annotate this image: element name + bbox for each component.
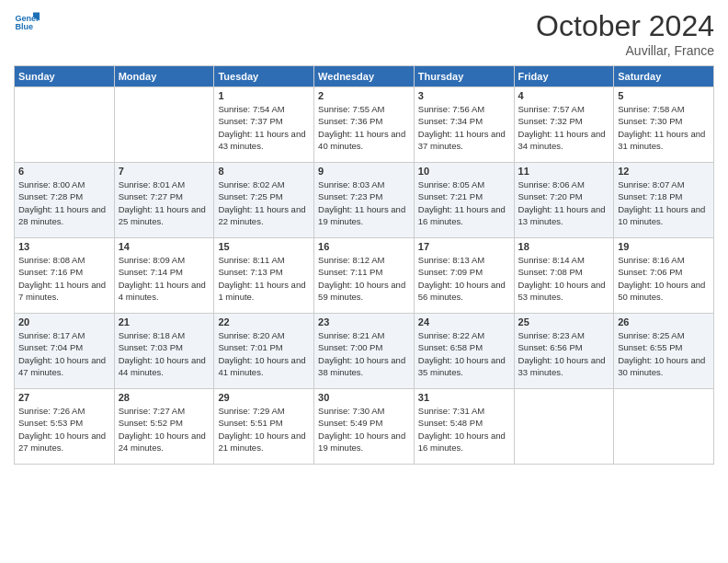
month-title: October 2024 [536,9,714,43]
day-info: Sunrise: 8:08 AMSunset: 7:16 PMDaylight:… [18,254,110,303]
calendar-cell [514,389,614,465]
day-info: Sunrise: 8:17 AMSunset: 7:04 PMDaylight:… [18,329,110,378]
day-info: Sunrise: 7:30 AMSunset: 5:49 PMDaylight:… [318,405,410,454]
day-number: 9 [318,166,410,177]
day-number: 20 [18,316,110,327]
day-info: Sunrise: 8:07 AMSunset: 7:18 PMDaylight:… [618,178,710,227]
day-number: 26 [618,316,710,327]
day-number: 6 [18,166,110,177]
week-row-3: 13Sunrise: 8:08 AMSunset: 7:16 PMDayligh… [15,238,714,314]
calendar-cell: 6Sunrise: 8:00 AMSunset: 7:28 PMDaylight… [15,163,115,238]
day-info: Sunrise: 8:05 AMSunset: 7:21 PMDaylight:… [418,178,510,227]
week-row-5: 27Sunrise: 7:26 AMSunset: 5:53 PMDayligh… [15,389,714,465]
day-info: Sunrise: 7:29 AMSunset: 5:51 PMDaylight:… [218,405,310,454]
calendar-cell: 30Sunrise: 7:30 AMSunset: 5:49 PMDayligh… [314,389,415,465]
calendar-cell: 21Sunrise: 8:18 AMSunset: 7:03 PMDayligh… [114,314,214,389]
day-info: Sunrise: 8:18 AMSunset: 7:03 PMDaylight:… [119,329,210,378]
header-day-tuesday: Tuesday [214,66,314,87]
header-day-thursday: Thursday [414,66,514,87]
calendar-cell: 7Sunrise: 8:01 AMSunset: 7:27 PMDaylight… [114,163,214,238]
header-day-wednesday: Wednesday [314,66,415,87]
day-number: 27 [18,392,110,403]
day-number: 31 [418,392,510,403]
calendar-cell: 25Sunrise: 8:23 AMSunset: 6:56 PMDayligh… [514,314,614,389]
day-info: Sunrise: 8:16 AMSunset: 7:06 PMDaylight:… [618,254,710,303]
calendar-cell: 8Sunrise: 8:02 AMSunset: 7:25 PMDaylight… [214,163,314,238]
calendar-cell: 29Sunrise: 7:29 AMSunset: 5:51 PMDayligh… [214,389,314,465]
calendar-cell: 16Sunrise: 8:12 AMSunset: 7:11 PMDayligh… [314,238,415,314]
day-number: 19 [618,241,710,252]
day-number: 15 [218,241,310,252]
day-info: Sunrise: 8:21 AMSunset: 7:00 PMDaylight:… [318,329,410,378]
day-number: 22 [218,316,310,327]
day-info: Sunrise: 7:57 AMSunset: 7:32 PMDaylight:… [518,103,610,152]
day-info: Sunrise: 8:23 AMSunset: 6:56 PMDaylight:… [518,329,610,378]
week-row-2: 6Sunrise: 8:00 AMSunset: 7:28 PMDaylight… [15,163,714,238]
logo: General Blue [14,9,40,35]
day-number: 28 [119,392,210,403]
calendar-header-row: SundayMondayTuesdayWednesdayThursdayFrid… [15,66,714,87]
calendar-cell: 4Sunrise: 7:57 AMSunset: 7:32 PMDaylight… [514,87,614,163]
day-number: 1 [218,90,310,101]
calendar-cell [15,87,115,163]
day-info: Sunrise: 7:56 AMSunset: 7:34 PMDaylight:… [418,103,510,152]
calendar-table: SundayMondayTuesdayWednesdayThursdayFrid… [14,65,714,465]
calendar-page: General Blue October 2024 Auvillar, Fran… [0,0,728,563]
day-info: Sunrise: 7:55 AMSunset: 7:36 PMDaylight:… [318,103,410,152]
calendar-cell [114,87,214,163]
day-info: Sunrise: 8:12 AMSunset: 7:11 PMDaylight:… [318,254,410,303]
day-number: 18 [518,241,610,252]
calendar-cell: 23Sunrise: 8:21 AMSunset: 7:00 PMDayligh… [314,314,415,389]
week-row-1: 1Sunrise: 7:54 AMSunset: 7:37 PMDaylight… [15,87,714,163]
day-info: Sunrise: 7:27 AMSunset: 5:52 PMDaylight:… [119,405,210,454]
day-info: Sunrise: 8:25 AMSunset: 6:55 PMDaylight:… [618,329,710,378]
svg-text:Blue: Blue [15,22,33,31]
calendar-cell: 18Sunrise: 8:14 AMSunset: 7:08 PMDayligh… [514,238,614,314]
day-number: 11 [518,166,610,177]
day-number: 23 [318,316,410,327]
title-section: October 2024 Auvillar, France [536,9,714,58]
day-number: 5 [618,90,710,101]
day-number: 7 [119,166,210,177]
calendar-cell: 10Sunrise: 8:05 AMSunset: 7:21 PMDayligh… [414,163,514,238]
day-number: 4 [518,90,610,101]
calendar-cell: 3Sunrise: 7:56 AMSunset: 7:34 PMDaylight… [414,87,514,163]
day-number: 12 [618,166,710,177]
day-number: 2 [318,90,410,101]
day-info: Sunrise: 8:01 AMSunset: 7:27 PMDaylight:… [119,178,210,227]
calendar-cell: 19Sunrise: 8:16 AMSunset: 7:06 PMDayligh… [614,238,714,314]
calendar-cell: 27Sunrise: 7:26 AMSunset: 5:53 PMDayligh… [15,389,115,465]
calendar-cell: 31Sunrise: 7:31 AMSunset: 5:48 PMDayligh… [414,389,514,465]
calendar-cell: 20Sunrise: 8:17 AMSunset: 7:04 PMDayligh… [15,314,115,389]
day-info: Sunrise: 8:09 AMSunset: 7:14 PMDaylight:… [119,254,210,303]
calendar-cell: 1Sunrise: 7:54 AMSunset: 7:37 PMDaylight… [214,87,314,163]
header-day-sunday: Sunday [15,66,115,87]
calendar-cell: 5Sunrise: 7:58 AMSunset: 7:30 PMDaylight… [614,87,714,163]
day-info: Sunrise: 8:22 AMSunset: 6:58 PMDaylight:… [418,329,510,378]
day-info: Sunrise: 8:11 AMSunset: 7:13 PMDaylight:… [218,254,310,303]
week-row-4: 20Sunrise: 8:17 AMSunset: 7:04 PMDayligh… [15,314,714,389]
header-day-friday: Friday [514,66,614,87]
day-number: 3 [418,90,510,101]
calendar-cell: 14Sunrise: 8:09 AMSunset: 7:14 PMDayligh… [114,238,214,314]
day-info: Sunrise: 7:26 AMSunset: 5:53 PMDaylight:… [18,405,110,454]
calendar-cell: 13Sunrise: 8:08 AMSunset: 7:16 PMDayligh… [15,238,115,314]
calendar-cell: 9Sunrise: 8:03 AMSunset: 7:23 PMDaylight… [314,163,415,238]
day-info: Sunrise: 8:00 AMSunset: 7:28 PMDaylight:… [18,178,110,227]
day-info: Sunrise: 8:06 AMSunset: 7:20 PMDaylight:… [518,178,610,227]
calendar-cell: 15Sunrise: 8:11 AMSunset: 7:13 PMDayligh… [214,238,314,314]
day-number: 29 [218,392,310,403]
header-day-monday: Monday [114,66,214,87]
day-info: Sunrise: 8:03 AMSunset: 7:23 PMDaylight:… [318,178,410,227]
day-number: 24 [418,316,510,327]
calendar-cell: 17Sunrise: 8:13 AMSunset: 7:09 PMDayligh… [414,238,514,314]
page-header: General Blue October 2024 Auvillar, Fran… [14,9,714,58]
day-info: Sunrise: 8:02 AMSunset: 7:25 PMDaylight:… [218,178,310,227]
day-info: Sunrise: 7:54 AMSunset: 7:37 PMDaylight:… [218,103,310,152]
day-number: 13 [18,241,110,252]
calendar-cell: 12Sunrise: 8:07 AMSunset: 7:18 PMDayligh… [614,163,714,238]
day-info: Sunrise: 8:20 AMSunset: 7:01 PMDaylight:… [218,329,310,378]
calendar-cell: 2Sunrise: 7:55 AMSunset: 7:36 PMDaylight… [314,87,415,163]
day-number: 21 [119,316,210,327]
day-number: 16 [318,241,410,252]
